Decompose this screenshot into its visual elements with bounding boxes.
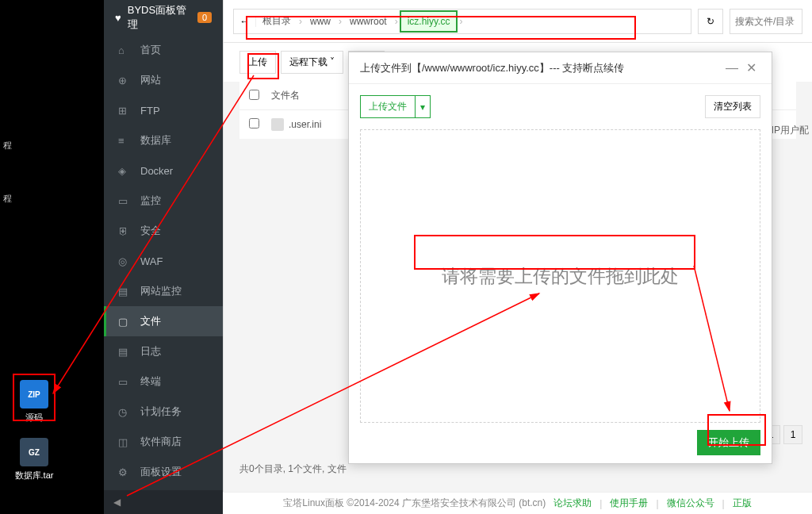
store-icon: ◫ (118, 436, 131, 448)
sidebar-item-label: 日志 (140, 344, 161, 359)
sidebar-item-files[interactable]: ▢文件 (104, 306, 223, 336)
sidebar-item-website[interactable]: ⊕网站 (104, 65, 223, 95)
sidebar-item-label: 网站监控 (140, 284, 182, 298)
sidebar-item-ftp[interactable]: ⊞FTP (104, 95, 223, 125)
terminal-icon: ▭ (118, 376, 131, 388)
select-all-checkbox[interactable] (249, 90, 259, 100)
page-last[interactable]: 1 (783, 425, 802, 444)
sidebar-item-terminal[interactable]: ▭终端 (104, 366, 223, 397)
row-checkbox[interactable] (249, 118, 259, 128)
sidebar-item-label: Docker (140, 165, 173, 177)
upload-file-splitbutton: 上传文件 ▾ (360, 95, 431, 118)
sidebar-item-home[interactable]: ⌂首页 (104, 35, 223, 65)
sidebar-item-security[interactable]: ⛨安全 (104, 216, 223, 246)
log-icon: ▤ (118, 346, 131, 358)
globe-icon: ⊕ (118, 75, 131, 86)
sidebar-bottom: ◀ (104, 490, 223, 514)
search-input[interactable] (735, 16, 797, 27)
sidebar-item-waf[interactable]: ◎WAF (104, 246, 223, 276)
footer: 宝塔Linux面板 ©2014-2024 广东堡塔安全技术有限公司 (bt.cn… (223, 492, 812, 514)
dialog-title: 上传文件到【/www/wwwroot/icz.hiyy.cc】--- 支持断点续… (360, 61, 722, 75)
database-icon: ≡ (118, 135, 131, 147)
ftp-icon: ⊞ (118, 105, 131, 117)
gz-file-icon: GZ (20, 438, 48, 466)
sidebar-item-label: 数据库 (140, 133, 171, 148)
sidebar-item-label: 计划任务 (140, 405, 182, 419)
sitemonitor-icon: ▤ (118, 286, 131, 297)
remote-label: 远程下载 (289, 56, 327, 67)
notification-badge[interactable]: 0 (197, 12, 212, 23)
file-icon (271, 118, 284, 131)
sidebar-item-cron[interactable]: ◷计划任务 (104, 397, 223, 427)
annotation-box-droptext (414, 235, 695, 270)
dialog-header: 上传文件到【/www/wwwroot/icz.hiyy.cc】--- 支持断点续… (349, 52, 772, 84)
annotation-box-start (707, 414, 766, 446)
footer-link-manual[interactable]: 使用手册 (610, 497, 648, 510)
footer-link-genuine[interactable]: 正版 (733, 497, 752, 510)
sidebar-item-label: 安全 (140, 224, 161, 238)
sidebar-item-store[interactable]: ◫软件商店 (104, 427, 223, 457)
folder-icon: ▢ (118, 316, 131, 328)
sidebar: ♥ BYDS面板管理 0 ⌂首页 ⊕网站 ⊞FTP ≡数据库 ◈Docker ▭… (104, 0, 223, 514)
clear-list-button[interactable]: 清空列表 (705, 95, 760, 118)
sidebar-item-settings[interactable]: ⚙面板设置 (104, 457, 223, 487)
upload-file-caret[interactable]: ▾ (416, 95, 431, 118)
sidebar-item-label: 监控 (140, 194, 161, 208)
sidebar-item-label: 终端 (140, 374, 161, 389)
sidebar-item-label: FTP (140, 105, 160, 117)
refresh-button[interactable]: ↻ (698, 9, 723, 34)
annotation-box-zip (13, 374, 56, 421)
clock-icon: ◷ (118, 406, 131, 418)
copyright: 宝塔Linux面板 ©2014-2024 广东堡塔安全技术有限公司 (bt.cn… (283, 497, 546, 510)
desktop-area: 程 程 ZIP 源码 GZ 数据库.tar (0, 0, 104, 514)
footer-link-wechat[interactable]: 微信公众号 (667, 497, 714, 510)
annotation-box-upload (247, 53, 279, 79)
dialog-toolbar: 上传文件 ▾ 清空列表 (360, 95, 760, 118)
gz-caption: 数据库.tar (11, 470, 57, 481)
monitor-icon: ▭ (118, 195, 131, 207)
waf-icon: ◎ (118, 255, 131, 267)
home-icon: ⌂ (118, 44, 131, 56)
gear-icon: ⚙ (118, 466, 131, 478)
close-button[interactable]: ✕ (741, 60, 760, 75)
docker-icon: ◈ (118, 165, 131, 177)
desktop-icon-gz[interactable]: GZ 数据库.tar (11, 438, 57, 481)
sidebar-item-monitor[interactable]: ▭监控 (104, 186, 223, 216)
shield-icon: ⛨ (118, 225, 131, 237)
minimize-button[interactable]: — (722, 61, 741, 75)
sidebar-item-label: WAF (140, 255, 163, 267)
panel-title: BYDS面板管理 (128, 3, 193, 32)
sidebar-header: ♥ BYDS面板管理 0 (104, 0, 223, 35)
file-name: .user.ini (289, 119, 321, 130)
collapse-icon[interactable]: ◀ (113, 497, 121, 508)
sidebar-item-database[interactable]: ≡数据库 (104, 125, 223, 155)
remote-download-button[interactable]: 远程下载 ˅ (281, 51, 343, 74)
sidebar-item-logs[interactable]: ▤日志 (104, 336, 223, 366)
status-text: 共0个目录, 1个文件, 文件 (239, 462, 347, 476)
sidebar-item-label: 首页 (140, 43, 161, 57)
drop-zone[interactable]: 请将需要上传的文件拖到此处 (360, 129, 760, 423)
annotation-box-breadcrumb (246, 16, 636, 40)
sidebar-item-label: 文件 (140, 314, 161, 328)
sidebar-item-label: 面板设置 (140, 465, 182, 479)
sidebar-item-label: 网站 (140, 73, 161, 87)
sidebar-item-sitemonitor[interactable]: ▤网站监控 (104, 276, 223, 306)
sidebar-item-label: 软件商店 (140, 435, 182, 449)
sidebar-item-docker[interactable]: ◈Docker (104, 155, 223, 186)
upload-file-button[interactable]: 上传文件 (360, 95, 416, 118)
search-wrap (730, 9, 802, 34)
footer-link-forum[interactable]: 论坛求助 (553, 497, 592, 510)
shield-icon: ♥ (115, 12, 121, 24)
